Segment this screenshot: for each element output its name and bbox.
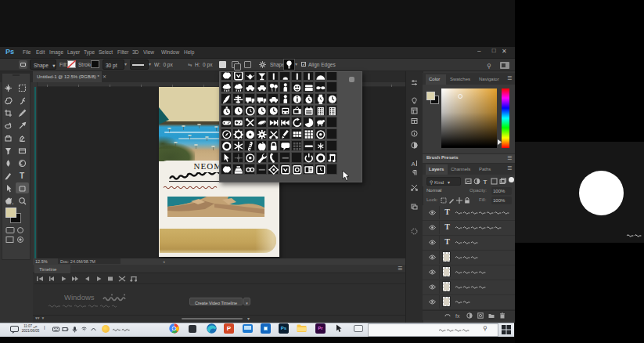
- svg-text:fx: fx: [455, 313, 460, 319]
- svg-text:A: A: [412, 161, 416, 168]
- svg-text:T: T: [484, 179, 487, 186]
- svg-text:T: T: [20, 172, 24, 180]
